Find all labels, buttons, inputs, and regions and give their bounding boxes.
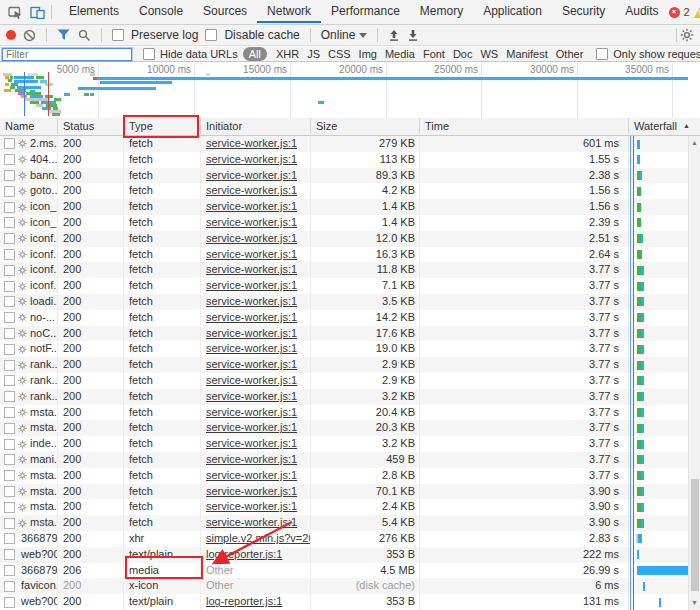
table-row[interactable]: 2.ms... 200 fetch service-worker.js:1 27… [0, 136, 700, 152]
row-checkbox[interactable] [4, 391, 15, 402]
table-row[interactable]: iconf... 200 fetch service-worker.js:1 7… [0, 278, 700, 294]
initiator-link[interactable]: service-worker.js:1 [206, 169, 297, 181]
initiator-link[interactable]: service-worker.js:1 [206, 248, 297, 260]
tab-audits[interactable]: Audits [615, 0, 668, 23]
samesite-checkbox[interactable] [596, 48, 608, 60]
inspect-element-icon[interactable] [4, 0, 26, 24]
table-row[interactable]: msta... 200 fetch service-worker.js:1 20… [0, 420, 700, 436]
row-checkbox[interactable] [4, 486, 15, 497]
column-header-initiator[interactable]: Initiator [200, 118, 310, 134]
row-checkbox[interactable] [4, 170, 15, 181]
row-checkbox[interactable] [4, 138, 15, 149]
row-checkbox[interactable] [4, 344, 15, 355]
initiator-link[interactable]: service-worker.js:1 [206, 342, 297, 354]
row-checkbox[interactable] [4, 217, 15, 228]
initiator-link[interactable]: service-worker.js:1 [206, 200, 297, 212]
table-row[interactable]: favicon.... 200 x-icon Other (disk cache… [0, 578, 700, 594]
device-toolbar-icon[interactable] [26, 0, 48, 24]
row-checkbox[interactable] [4, 375, 15, 386]
error-badge-icon[interactable]: × [669, 7, 680, 18]
row-checkbox[interactable] [4, 518, 15, 529]
row-checkbox[interactable] [4, 296, 15, 307]
table-row[interactable]: inde... 200 fetch service-worker.js:1 3.… [0, 436, 700, 452]
warning-badge-icon[interactable]: ! [694, 7, 700, 18]
filter-type-css[interactable]: CSS [324, 48, 355, 60]
filter-type-xhr[interactable]: XHR [272, 48, 303, 60]
initiator-link[interactable]: service-worker.js:1 [206, 279, 297, 291]
filter-type-js[interactable]: JS [303, 48, 324, 60]
table-row[interactable]: 404.... 200 fetch service-worker.js:1 11… [0, 152, 700, 168]
initiator-link[interactable]: service-worker.js:1 [206, 311, 297, 323]
initiator-link[interactable]: service-worker.js:1 [206, 216, 297, 228]
table-row[interactable]: mani... 200 fetch service-worker.js:1 45… [0, 452, 700, 468]
filter-type-ws[interactable]: WS [476, 48, 502, 60]
table-row[interactable]: goto... 200 fetch service-worker.js:1 4.… [0, 183, 700, 199]
initiator-link[interactable]: service-worker.js:1 [206, 153, 297, 165]
initiator-link[interactable]: service-worker.js:1 [206, 390, 297, 402]
initiator-link[interactable]: service-worker.js:1 [206, 453, 297, 465]
export-har-icon[interactable] [407, 29, 419, 42]
initiator-link[interactable]: simple.v2.min.js?v=20190... [206, 532, 310, 544]
column-header-size[interactable]: Size [310, 118, 419, 134]
throttling-select[interactable]: Online [321, 28, 368, 42]
table-row[interactable]: rank... 200 fetch service-worker.js:1 2.… [0, 373, 700, 389]
row-checkbox[interactable] [4, 186, 15, 197]
row-checkbox[interactable] [4, 581, 15, 592]
row-checkbox[interactable] [4, 423, 15, 434]
table-row[interactable]: rank... 200 fetch service-worker.js:1 3.… [0, 389, 700, 405]
initiator-link[interactable]: service-worker.js:1 [206, 137, 297, 149]
table-row[interactable]: icon_... 200 fetch service-worker.js:1 1… [0, 215, 700, 231]
column-header-time[interactable]: Time [419, 118, 628, 134]
table-row[interactable]: msta... 200 fetch service-worker.js:1 5.… [0, 515, 700, 531]
scroll-up-icon[interactable]: ▲ [689, 138, 700, 148]
row-checkbox[interactable] [4, 360, 15, 371]
filter-type-doc[interactable]: Doc [449, 48, 477, 60]
table-row[interactable]: msta... 200 fetch service-worker.js:1 20… [0, 405, 700, 421]
hide-data-urls-checkbox[interactable] [143, 48, 155, 60]
row-checkbox[interactable] [4, 533, 15, 544]
tab-security[interactable]: Security [552, 0, 615, 23]
filter-type-other[interactable]: Other [552, 48, 588, 60]
row-checkbox[interactable] [4, 407, 15, 418]
filter-type-manifest[interactable]: Manifest [502, 48, 552, 60]
tab-performance[interactable]: Performance [321, 0, 410, 23]
row-checkbox[interactable] [4, 265, 15, 276]
row-checkbox[interactable] [4, 565, 15, 576]
record-icon[interactable] [6, 30, 16, 40]
table-row[interactable]: noC... 200 fetch service-worker.js:1 17.… [0, 326, 700, 342]
table-row[interactable]: loadi... 200 fetch service-worker.js:1 3… [0, 294, 700, 310]
table-row[interactable]: 366879... 206 media Other 4.5 MB 26.99 s [0, 563, 700, 579]
disable-cache-checkbox[interactable] [205, 29, 217, 41]
table-row[interactable]: msta... 200 fetch service-worker.js:1 70… [0, 484, 700, 500]
table-row[interactable]: web?00... 200 text/plain log-reporter.js… [0, 547, 700, 563]
initiator-link[interactable]: service-worker.js:1 [206, 374, 297, 386]
timeline-overview[interactable]: 5000 ms10000 ms15000 ms20000 ms25000 ms3… [0, 63, 700, 119]
table-row[interactable]: 366879... 200 xhr simple.v2.min.js?v=201… [0, 531, 700, 547]
row-checkbox[interactable] [4, 454, 15, 465]
table-row[interactable]: icon_... 200 fetch service-worker.js:1 1… [0, 199, 700, 215]
table-row[interactable]: iconf... 200 fetch service-worker.js:1 1… [0, 231, 700, 247]
row-checkbox[interactable] [4, 281, 15, 292]
tab-sources[interactable]: Sources [193, 0, 257, 23]
initiator-link[interactable]: service-worker.js:1 [206, 327, 297, 339]
error-count[interactable]: 2 [684, 6, 690, 18]
row-checkbox[interactable] [4, 312, 15, 323]
tab-network[interactable]: Network [257, 0, 321, 23]
column-header-type[interactable]: Type [123, 118, 200, 134]
initiator-link[interactable]: service-worker.js:1 [206, 406, 297, 418]
scroll-down-icon[interactable]: ▼ [689, 598, 700, 608]
initiator-link[interactable]: service-worker.js:1 [206, 516, 297, 528]
table-row[interactable]: notF... 200 fetch service-worker.js:1 19… [0, 341, 700, 357]
column-header-status[interactable]: Status [57, 118, 123, 134]
initiator-link[interactable]: service-worker.js:1 [206, 485, 297, 497]
settings-gear-icon[interactable] [680, 28, 694, 42]
row-checkbox[interactable] [4, 233, 15, 244]
initiator-link[interactable]: service-worker.js:1 [206, 500, 297, 512]
table-row[interactable]: no-... 200 fetch service-worker.js:1 14.… [0, 310, 700, 326]
initiator-link[interactable]: service-worker.js:1 [206, 295, 297, 307]
scrollbar[interactable]: ▲ ▼ [688, 136, 700, 610]
column-header-name[interactable]: Name [0, 118, 57, 134]
initiator-link[interactable]: service-worker.js:1 [206, 469, 297, 481]
tab-console[interactable]: Console [129, 0, 193, 23]
filter-input[interactable] [2, 48, 132, 61]
